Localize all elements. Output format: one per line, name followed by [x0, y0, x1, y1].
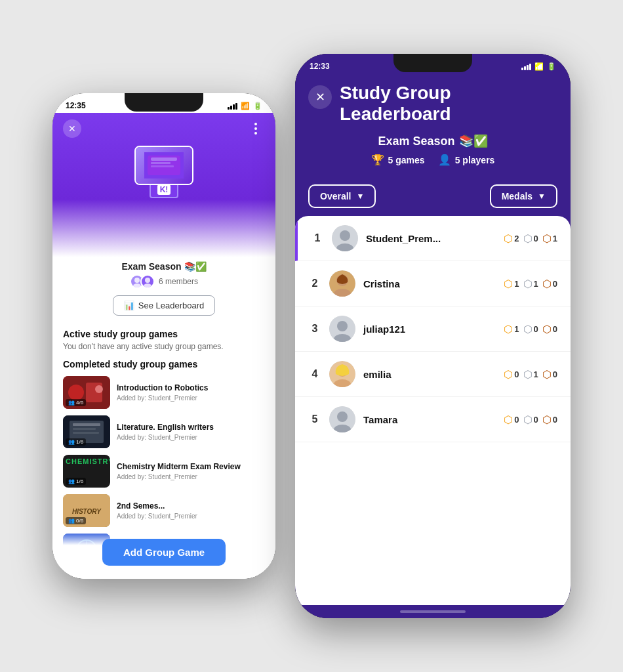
right-phone: 12:33 📶 🔋 ✕ Study Grou [295, 54, 571, 618]
svg-point-8 [144, 284, 151, 287]
svg-text:HISTORY: HISTORY [72, 508, 102, 515]
gold-medal-group-1: ⬡ 2 [504, 232, 519, 245]
leaderboard-row-4: 4 emilia ⬡ 0 [295, 352, 571, 397]
member-avatars [130, 274, 155, 289]
member-avatar-2 [140, 274, 155, 289]
bottom-indicator [295, 605, 571, 618]
group-thumbnail [134, 146, 193, 185]
right-close-button[interactable]: ✕ [308, 85, 332, 109]
right-battery-icon: 🔋 [547, 62, 556, 71]
group-title: Exam Season 📚✅ [121, 261, 206, 272]
gold-count-2: 1 [514, 279, 519, 289]
gold-medal-icon-3: ⬡ [504, 323, 513, 335]
right-wifi-icon: 📶 [534, 62, 544, 71]
svg-point-37 [337, 411, 348, 422]
game-thumb-literature: 👥1/6 [63, 415, 110, 448]
bronze-count-2: 0 [553, 279, 557, 289]
svg-rect-2 [151, 158, 177, 161]
completed-section-title: Completed study group games [63, 359, 265, 369]
bronze-medal-icon-5: ⬡ [542, 413, 552, 426]
left-wifi-icon: 📶 [241, 102, 250, 110]
silver-medal-icon-3: ⬡ [523, 323, 533, 335]
right-time: 12:33 [310, 62, 330, 71]
left-time: 12:35 [66, 101, 86, 110]
add-group-game-button[interactable]: Add Group Game [102, 539, 226, 566]
left-more-button[interactable] [247, 119, 265, 138]
bronze-medal-icon-1: ⬡ [542, 232, 552, 245]
game-added-history: Added by: Student_Premier [117, 513, 265, 520]
leaderboard-row-1: 1 Student_Prem... ⬡ 2 [295, 216, 571, 261]
overall-chevron-icon: ▼ [356, 192, 364, 201]
right-signal-icon [521, 62, 531, 70]
medals-4: ⬡ 0 ⬡ 1 ⬡ 0 [504, 368, 557, 381]
leaderboard-row-5: 5 Tamara ⬡ 0 [295, 397, 571, 442]
gold-count-4: 0 [514, 369, 519, 379]
game-item-robotics[interactable]: 👥4/6 Introduction to Robotics Added by: … [63, 376, 265, 409]
member-count: 6 members [159, 277, 198, 286]
leaderboard-row-3: 3 juliap121 ⬡ 1 [295, 306, 571, 352]
bronze-medal-group-1: ⬡ 1 [542, 232, 557, 245]
left-battery-icon: 🔋 [253, 102, 262, 110]
svg-point-7 [145, 278, 150, 283]
silver-count-4: 1 [534, 369, 538, 379]
right-header: ✕ Study Group Leaderboard Exam Season 📚✅… [295, 74, 571, 177]
left-close-button[interactable]: ✕ [63, 119, 81, 138]
silver-count-1: 0 [534, 234, 538, 243]
game-added-literature: Added by: Student_Premier [117, 434, 265, 441]
game-info-history: 2nd Semes... Added by: Student_Premier [117, 501, 265, 520]
game-name-literature: Literature. English writers [117, 423, 265, 433]
right-notch [393, 54, 472, 72]
group-name-section: Exam Season 📚✅ [52, 251, 275, 320]
game-item-history[interactable]: HISTORY 👥0/6 2nd Semes... Added by: Stud… [63, 494, 265, 527]
left-screen: 12:35 📶 🔋 ✕ [52, 93, 275, 579]
svg-point-5 [134, 278, 140, 283]
bronze-medal-icon-3: ⬡ [542, 323, 552, 335]
more-dot-1 [254, 123, 257, 125]
bronze-count-1: 1 [553, 234, 557, 243]
chem-thumb-text: CHEMISTRY [63, 455, 110, 468]
left-phone: 12:35 📶 🔋 ✕ [52, 93, 275, 579]
medals-filter-button[interactable]: Medals ▼ [490, 184, 557, 208]
game-item-chemistry[interactable]: CHEMISTRY 👥1/6 Chemistry Midterm Exam Re… [63, 455, 265, 488]
see-leaderboard-button[interactable]: 📊 See Leaderboard [113, 295, 215, 316]
bronze-medal-icon-4: ⬡ [542, 368, 552, 381]
game-name-chemistry: Chemistry Midterm Exam Review [117, 462, 265, 472]
active-section-subtitle: You don't have any active study group ga… [63, 342, 265, 351]
gold-medal-icon-4: ⬡ [504, 368, 513, 381]
overall-filter-button[interactable]: Overall ▼ [308, 184, 376, 208]
avatar-4 [329, 361, 355, 387]
home-indicator [400, 610, 466, 613]
gold-medal-group-2: ⬡ 1 [504, 278, 519, 290]
svg-rect-3 [151, 162, 171, 164]
silver-medal-group-2: ⬡ 1 [523, 278, 538, 290]
game-added-chemistry: Added by: Student_Premier [117, 473, 265, 480]
exam-title: Exam Season 📚✅ [378, 134, 487, 148]
game-count-chemistry: 👥1/6 [66, 478, 86, 485]
gold-medal-group-3: ⬡ 1 [504, 323, 519, 335]
person-icon: 👤 [438, 154, 451, 166]
medals-5: ⬡ 0 ⬡ 0 ⬡ 0 [504, 413, 557, 426]
silver-count-5: 0 [534, 415, 538, 425]
bronze-medal-group-2: ⬡ 0 [542, 278, 557, 290]
gold-medal-group-5: ⬡ 0 [504, 413, 519, 426]
players-stat: 👤 5 players [438, 154, 495, 166]
game-info-literature: Literature. English writers Added by: St… [117, 423, 265, 442]
medals-1: ⬡ 2 ⬡ 0 ⬡ 1 [504, 232, 557, 245]
left-bottom-bar: Add Group Game [52, 531, 275, 579]
right-status-icons: 📶 🔋 [521, 62, 556, 71]
rank-1: 1 [311, 232, 324, 244]
medals-3: ⬡ 1 ⬡ 0 ⬡ 0 [504, 323, 557, 335]
game-count-history: 👥0/6 [66, 517, 86, 524]
kahoot-badge: K! [134, 146, 193, 198]
silver-count-3: 0 [534, 324, 538, 334]
silver-medal-group-5: ⬡ 0 [523, 413, 538, 426]
svg-point-31 [337, 321, 348, 331]
game-name-history: 2nd Semes... [117, 501, 265, 512]
members-row: 6 members [130, 274, 198, 289]
name-2: Cristina [363, 278, 496, 289]
bronze-count-4: 0 [553, 369, 557, 379]
bronze-count-5: 0 [553, 415, 557, 425]
game-info-chemistry: Chemistry Midterm Exam Review Added by: … [117, 462, 265, 481]
game-item-literature[interactable]: 👥1/6 Literature. English writers Added b… [63, 415, 265, 448]
rank-5: 5 [308, 413, 321, 425]
